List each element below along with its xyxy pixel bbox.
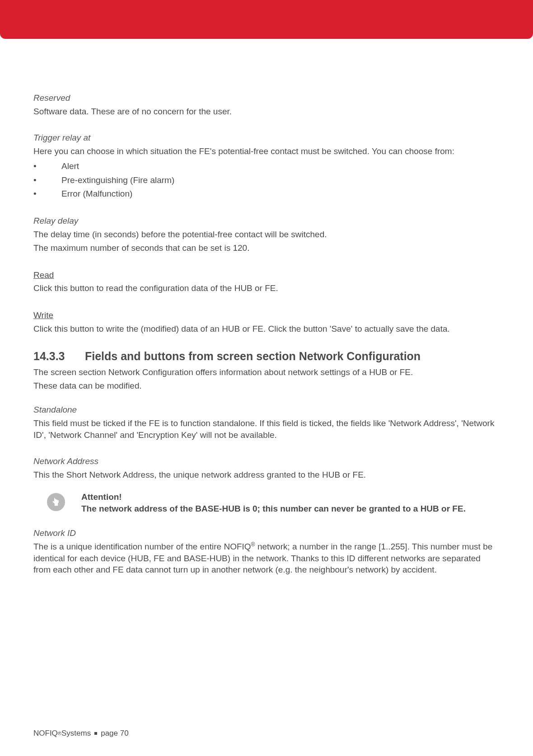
subhead-trigger-relay: Trigger relay at [33, 133, 500, 143]
para-write: Click this button to write the (modified… [33, 323, 500, 335]
hand-point-icon [51, 497, 61, 507]
attention-body: The network address of the BASE-HUB is 0… [81, 503, 466, 515]
subhead-reserved: Reserved [33, 93, 500, 103]
heading-text: Fields and buttons from screen section N… [85, 350, 421, 363]
list-item-label: Alert [61, 160, 79, 173]
subhead-read: Read [33, 269, 500, 281]
registered-mark: ® [251, 541, 255, 548]
list-item: •Error (Malfunction) [33, 187, 500, 201]
document-page: Reserved Software data. These are of no … [0, 0, 533, 756]
section-read: Read Click this button to read the confi… [33, 269, 500, 294]
para-network-id: The is a unique identification number of… [33, 541, 500, 576]
subhead-standalone: Standalone [33, 405, 500, 415]
footer-separator-icon [94, 732, 97, 735]
para-14-3-3-intro1: The screen section Network Configuration… [33, 366, 500, 378]
subhead-write: Write [33, 310, 500, 321]
para-network-address: This the Short Network Address, the uniq… [33, 469, 500, 481]
subhead-network-id: Network ID [33, 528, 500, 538]
section-reserved: Reserved Software data. These are of no … [33, 93, 500, 117]
registered-mark: ® [58, 731, 61, 736]
section-relay-delay: Relay delay The delay time (in seconds) … [33, 216, 500, 254]
para-relay-delay-2: The maximum number of seconds that can b… [33, 242, 500, 254]
header-band [0, 0, 533, 39]
list-item-label: Error (Malfunction) [61, 187, 132, 201]
section-standalone: Standalone This field must be ticked if … [33, 405, 500, 441]
section-trigger-relay-at: Trigger relay at Here you can choose in … [33, 133, 500, 201]
network-id-prefix: The is a unique identification number of… [33, 542, 251, 551]
section-network-address: Network Address This the Short Network A… [33, 456, 500, 481]
para-relay-delay-1: The delay time (in seconds) before the p… [33, 229, 500, 240]
heading-14-3-3: 14.3.3 Fields and buttons from screen se… [33, 350, 500, 363]
page-content: Reserved Software data. These are of no … [0, 39, 533, 576]
attention-label: Attention! [81, 491, 466, 503]
footer-brand: NOFIQ [33, 729, 58, 738]
para-trigger-relay-intro: Here you can choose in which situation t… [33, 146, 500, 157]
list-item: •Alert [33, 160, 500, 173]
heading-number: 14.3.3 [33, 350, 85, 363]
footer-page-label: page 70 [101, 729, 128, 738]
subhead-relay-delay: Relay delay [33, 216, 500, 226]
section-write: Write Click this button to write the (mo… [33, 310, 500, 334]
attention-text: Attention! The network address of the BA… [81, 491, 466, 514]
section-network-id: Network ID The is a unique identificatio… [33, 528, 500, 576]
subhead-network-address: Network Address [33, 456, 500, 466]
para-read: Click this button to read the configurat… [33, 282, 500, 294]
list-item: •Pre-extinguishing (Fire alarm) [33, 174, 500, 187]
para-reserved: Software data. These are of no concern f… [33, 106, 500, 117]
section-14-3-3-intro: The screen section Network Configuration… [33, 366, 500, 391]
para-standalone: This field must be ticked if the FE is t… [33, 418, 500, 441]
trigger-relay-list: •Alert •Pre-extinguishing (Fire alarm) •… [33, 160, 500, 201]
attention-callout: Attention! The network address of the BA… [47, 491, 500, 514]
page-footer: NOFIQ® Systems page 70 [33, 729, 129, 738]
list-item-label: Pre-extinguishing (Fire alarm) [61, 174, 174, 187]
attention-icon [47, 493, 65, 511]
footer-systems: Systems [61, 729, 91, 738]
para-14-3-3-intro2: These data can be modified. [33, 380, 500, 392]
